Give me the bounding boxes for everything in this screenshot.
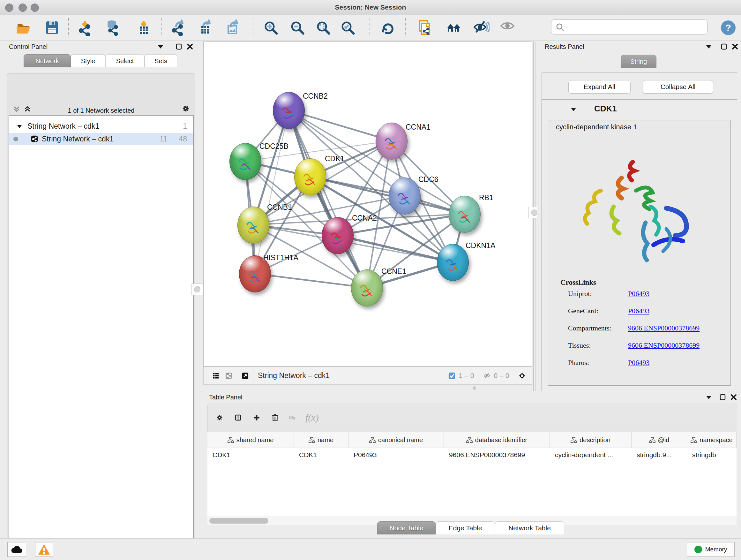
close-panel-icon[interactable] — [186, 43, 193, 50]
network-node-cdk1[interactable] — [294, 159, 326, 195]
network-node-cdc6[interactable] — [389, 178, 421, 214]
table-options-gear-icon[interactable] — [216, 414, 223, 421]
delete-column-icon[interactable] — [272, 414, 279, 421]
network-share-icon[interactable] — [225, 372, 232, 379]
float-panel-icon[interactable] — [721, 43, 728, 50]
node-label-ccna1: CCNA1 — [406, 123, 430, 132]
horizontal-splitter-grip[interactable] — [473, 386, 476, 390]
crosslink-link[interactable]: P06493 — [628, 290, 721, 298]
save-session-icon[interactable] — [44, 19, 60, 36]
column-header-shared-name[interactable]: shared name — [207, 432, 294, 448]
column-header-database-identifier[interactable]: database identifier — [444, 432, 550, 448]
zoom-selected-icon[interactable] — [340, 19, 356, 36]
network-node-ccne1[interactable] — [351, 269, 383, 307]
import-database-icon[interactable] — [104, 19, 121, 36]
network-node-ccnb1[interactable] — [238, 206, 269, 244]
column-header-name[interactable]: name — [294, 432, 348, 448]
table-cell[interactable]: stringdb:9... — [631, 448, 687, 462]
hidden-elements-icon[interactable] — [483, 372, 490, 379]
left-splitter-handle[interactable] — [192, 284, 203, 295]
entry-expander-icon[interactable] — [570, 106, 577, 113]
splitter-grip-icon — [531, 209, 537, 216]
crosslink-link[interactable]: P06493 — [628, 307, 721, 315]
open-recent-session-icon[interactable] — [416, 19, 433, 36]
help-icon[interactable]: ? — [720, 19, 737, 36]
tab-network-table[interactable]: Network Table — [495, 521, 564, 535]
export-network-icon[interactable] — [171, 19, 187, 36]
tab-node-table[interactable]: Node Table — [377, 521, 435, 535]
birdseye-view-icon[interactable] — [519, 372, 526, 379]
open-session-icon[interactable] — [16, 19, 32, 36]
crosslink-link[interactable]: P06493 — [628, 359, 721, 367]
panel-menu-icon[interactable] — [705, 43, 712, 50]
table-cell[interactable]: CDK1 — [294, 448, 348, 462]
tab-select[interactable]: Select — [105, 54, 145, 67]
warnings-button[interactable] — [35, 542, 53, 557]
add-column-icon[interactable] — [253, 414, 260, 421]
network-node-ccna2[interactable] — [322, 217, 354, 254]
apply-layout-icon[interactable] — [380, 19, 396, 36]
close-panel-icon[interactable] — [730, 394, 737, 401]
crosslink-link[interactable]: 9606.ENSP00000378699 — [628, 341, 721, 350]
search-input[interactable] — [565, 23, 700, 31]
network-collection-row[interactable]: String Network – cdk1 1 — [9, 120, 193, 132]
crosslink-link[interactable]: 9606.ENSP00000378699 — [628, 324, 721, 332]
table-cell[interactable]: stringdb — [687, 448, 737, 462]
import-network-icon[interactable] — [77, 19, 93, 36]
column-header-description[interactable]: description — [550, 432, 631, 448]
tab-network[interactable]: Network — [23, 54, 71, 67]
zoom-fit-icon[interactable] — [315, 19, 332, 36]
search-field[interactable] — [551, 19, 708, 35]
network-node-rb1[interactable] — [449, 196, 481, 233]
panel-menu-icon[interactable] — [705, 394, 712, 401]
network-node-cdkn1a[interactable] — [437, 244, 469, 281]
node-label-cdc25b: CDC25B — [259, 142, 288, 151]
network-options-gear-icon[interactable] — [182, 105, 189, 112]
show-columns-icon[interactable] — [234, 414, 242, 421]
tab-style[interactable]: Style — [71, 54, 105, 67]
network-view-canvas[interactable]: CCNB2CCNA1CDC25BCDK1CDC6RB1CCNB1CCNA2CDK… — [203, 42, 532, 367]
table-cell[interactable]: CDK1 — [207, 448, 294, 462]
tab-edge-table[interactable]: Edge Table — [435, 521, 495, 535]
panel-menu-icon[interactable] — [157, 43, 164, 50]
selected-checkbox-icon[interactable] — [448, 372, 455, 379]
node-label-ccnb2: CCNB2 — [303, 92, 328, 101]
tab-string[interactable]: String — [621, 55, 657, 68]
collection-expander-icon[interactable] — [16, 123, 23, 130]
detach-view-icon[interactable] — [242, 372, 249, 379]
crosslink-label: Uniprot: — [568, 290, 592, 298]
export-image-icon[interactable] — [225, 19, 242, 36]
column-header-namespace[interactable]: namespace — [687, 432, 737, 448]
close-panel-icon[interactable] — [731, 43, 738, 50]
tab-sets[interactable]: Sets — [145, 54, 177, 67]
show-panels-icon[interactable] — [500, 19, 516, 36]
export-table-icon[interactable] — [198, 19, 214, 36]
node-table[interactable]: shared namenamecanonical namedatabase id… — [207, 432, 737, 516]
hide-panels-icon[interactable] — [473, 19, 489, 36]
crosslink-label: Compartments: — [568, 324, 611, 332]
column-header--id[interactable]: @id — [631, 432, 687, 448]
column-header-canonical-name[interactable]: canonical name — [348, 432, 444, 448]
hscrollbar-thumb[interactable] — [209, 518, 268, 523]
network-node-cdc25b[interactable] — [229, 143, 261, 180]
expand-all-button[interactable]: Expand All — [568, 80, 630, 94]
float-panel-icon[interactable] — [176, 43, 183, 50]
zoom-in-icon[interactable] — [263, 19, 279, 36]
table-cell[interactable]: 9606.ENSP00000378699 — [444, 448, 550, 462]
network-node-ccnb2[interactable] — [273, 92, 305, 129]
string-home-icon[interactable] — [446, 19, 463, 36]
network-node-ccna1[interactable] — [376, 123, 408, 160]
float-panel-icon[interactable] — [719, 394, 726, 401]
table-cell[interactable]: cyclin-dependent ... — [550, 448, 631, 462]
network-row-selected[interactable]: String Network – cdk1 11 48 — [9, 133, 193, 145]
cloud-status-button[interactable] — [7, 542, 26, 557]
results-panel-title: Results Panel — [545, 43, 584, 51]
import-table-icon[interactable] — [136, 19, 152, 36]
memory-button[interactable]: Memory — [687, 542, 735, 557]
crosslink-row: GeneCard:P06493 — [568, 307, 721, 315]
table-row[interactable]: CDK1CDK1P064939606.ENSP00000378699cyclin… — [207, 448, 737, 462]
table-cell[interactable]: P06493 — [348, 448, 444, 462]
collapse-all-button[interactable]: Collapse All — [643, 80, 713, 94]
zoom-out-icon[interactable] — [289, 19, 306, 36]
network-grid-icon[interactable] — [212, 372, 219, 379]
